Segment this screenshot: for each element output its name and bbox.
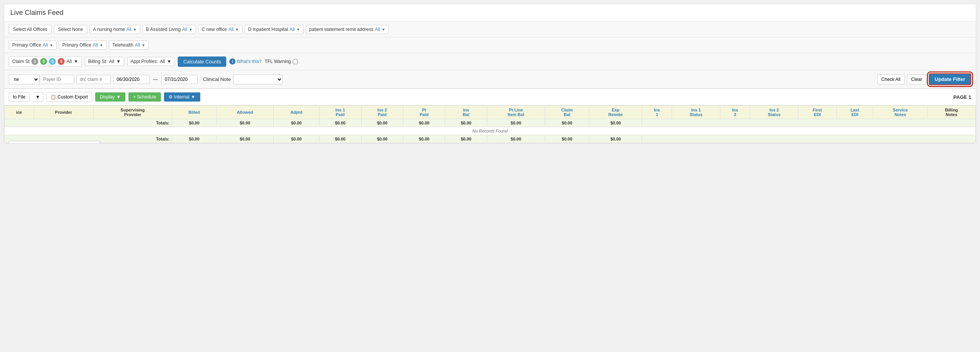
schedule-label: + Schedule: [133, 94, 156, 100]
chevron-down-icon: ▼: [74, 59, 78, 64]
drc-claim-input[interactable]: [76, 75, 111, 84]
total-exp-reimbr-bottom: $0.00: [589, 135, 642, 143]
total-ins1-paid: $0.00: [319, 119, 361, 127]
claims-table: ice Provider SupervisingProvider Billed …: [4, 105, 976, 143]
office-dropdown-inpatient-hospital[interactable]: D Inpatient Hospital All ▼: [245, 25, 303, 34]
total-ins-bal-bottom: $0.00: [445, 135, 487, 143]
display-label: Display: [100, 94, 115, 100]
schedule-button[interactable]: + Schedule: [128, 92, 161, 102]
chevron-down-icon: ▼: [116, 59, 121, 64]
office-name-new-office: C new office: [202, 27, 227, 32]
total-ins-bal: $0.00: [445, 119, 487, 127]
office-value-primary-1: All: [43, 42, 48, 48]
office-name-nursing-home: A nursing home: [93, 27, 125, 32]
office-value-telehealth: All: [135, 42, 140, 48]
claim-st-all: All: [67, 59, 71, 64]
chevron-down-icon: ▼: [49, 43, 53, 47]
total-ins2-paid: $0.00: [361, 119, 403, 127]
claim-status-dropdown[interactable]: Claim St 0 0 0 0 All ▼: [9, 56, 82, 67]
total-allowed-bottom: $0.00: [216, 135, 273, 143]
clinical-note-select[interactable]: [233, 74, 283, 84]
to-file-button[interactable]: to File: [9, 92, 30, 102]
chevron-down-icon: ▼: [133, 27, 137, 32]
total-ins1-paid-bottom: $0.00: [319, 135, 361, 143]
total-pt-line-bal-bottom: $0.00: [487, 135, 545, 143]
select-none-button[interactable]: Select None: [54, 25, 87, 34]
tfl-warning-checkbox[interactable]: [293, 59, 298, 64]
table-row-totals-bottom: Totals: $0.00 $0.00 $0.00 $0.00 $0.00 $0…: [5, 135, 976, 143]
total-adjmt-bottom: $0.00: [274, 135, 320, 143]
col-claim-bal: ClaimBal: [545, 106, 589, 119]
display-button[interactable]: Display ▼: [95, 92, 125, 102]
date-from-input[interactable]: [113, 75, 149, 84]
office-dropdown-patient-statement[interactable]: patient statement remit address All ▼: [306, 25, 389, 34]
office-filter-row-1: Select All Offices Select None A nursing…: [4, 22, 976, 37]
appt-profiles-value: All: [160, 59, 165, 64]
claim-status-row: Claim St 0 0 0 0 All ▼ Billing St: All ▼…: [4, 53, 976, 70]
billing-status-dropdown[interactable]: Billing St: All ▼: [85, 57, 124, 66]
badge-red: 0: [58, 58, 65, 65]
office-name-telehealth: Telehealth: [112, 42, 133, 48]
office-name-assisted-living: B Assisted Living: [146, 27, 181, 32]
tfl-warning-container: TFL Warning: [264, 59, 297, 64]
chevron-down-icon: ▼: [296, 27, 300, 32]
table-row-totals-top: Totals: $0.00 $0.00 $0.00 $0.00 $0.00 $0…: [5, 119, 976, 127]
action-buttons-row: to File ▼ 📋 Custom Export Display ▼ + Sc…: [4, 89, 976, 105]
billing-st-value: All: [109, 59, 114, 64]
clear-button[interactable]: Clear: [907, 74, 926, 84]
filter-inputs-row: ne ▼ — Clinical Note Check All Clear Upd…: [4, 70, 976, 89]
to-file-split-button[interactable]: ▼: [33, 92, 43, 102]
date-to-input[interactable]: [161, 75, 198, 84]
col-adjmt: Adjmt: [274, 106, 320, 119]
no-records-message: No Records Found: [5, 127, 976, 135]
office-dropdown-primary-1[interactable]: Primary Office All ▼: [9, 40, 57, 50]
office-value-assisted-living: All: [182, 27, 187, 32]
provider-dropdown-icon: ▼: [33, 77, 37, 82]
col-pt-line-item-bal: Pt LineItem Bal: [487, 106, 545, 119]
calculate-counts-button[interactable]: Calculate Counts: [178, 57, 226, 67]
clinical-note-label: Clinical Note: [203, 76, 231, 82]
custom-export-button[interactable]: 📋 Custom Export: [46, 92, 92, 102]
col-billing-notes: BillingNotes: [927, 106, 975, 119]
col-exp-reimbr: ExpReimbr: [589, 106, 642, 119]
page-number: PAGE 1: [953, 94, 971, 100]
office-dropdown-telehealth[interactable]: Telehealth All ▼: [109, 40, 149, 50]
office-dropdown-nursing-home[interactable]: A nursing home All ▼: [89, 25, 140, 34]
payer-id-input[interactable]: [40, 75, 74, 84]
whats-this-link[interactable]: i What's this?: [229, 58, 261, 65]
appt-profiles-label: Appt Profiles:: [131, 59, 158, 64]
office-value-new-office: All: [229, 27, 234, 32]
col-ins2: Ins2: [720, 106, 750, 119]
internal-button[interactable]: ⚙ Internal ▼: [164, 92, 200, 102]
filter-section: ne ▼ — Clinical Note Check All Clear Upd…: [4, 70, 976, 89]
total-exp-reimbr: $0.00: [589, 119, 642, 127]
total-adjmt: $0.00: [274, 119, 320, 127]
chevron-down-icon: ▼: [235, 27, 239, 32]
check-all-button[interactable]: Check All: [877, 74, 905, 84]
col-ins-bal: InsBal: [445, 106, 487, 119]
office-value-primary-2: All: [93, 42, 98, 48]
total-claim-bal: $0.00: [545, 119, 589, 127]
chevron-down-icon: ▼: [191, 94, 196, 100]
office-dropdown-primary-2[interactable]: Primary Office All ▼: [59, 40, 107, 50]
office-name-inpatient: D Inpatient Hospital: [248, 27, 288, 32]
office-dropdown-new-office[interactable]: C new office All ▼: [198, 25, 242, 34]
total-billed: $0.00: [172, 119, 216, 127]
chevron-down-icon: ▼: [116, 94, 121, 100]
total-billed-bottom: $0.00: [172, 135, 216, 143]
total-claim-bal-bottom: $0.00: [545, 135, 589, 143]
chevron-down-icon: ▼: [141, 43, 145, 47]
col-service-notes: ServiceNotes: [873, 106, 927, 119]
select-all-offices-button[interactable]: Select All Offices: [9, 25, 52, 34]
col-ins1: Ins1: [642, 106, 672, 119]
update-filter-button[interactable]: Update Filter: [929, 73, 971, 85]
office-value-patient-statement: All: [375, 27, 380, 32]
office-value-nursing-home: All: [127, 27, 131, 32]
chevron-down-icon: ▼: [36, 94, 40, 100]
col-ins1-status: Ins 1Status: [672, 106, 720, 119]
filter-actions: Check All Clear Update Filter: [877, 73, 971, 85]
appt-profiles-dropdown[interactable]: Appt Profiles: All ▼: [127, 57, 175, 66]
col-allowed: Allowed: [216, 106, 273, 119]
office-dropdown-assisted-living[interactable]: B Assisted Living All ▼: [143, 25, 196, 34]
info-icon: i: [229, 58, 235, 65]
